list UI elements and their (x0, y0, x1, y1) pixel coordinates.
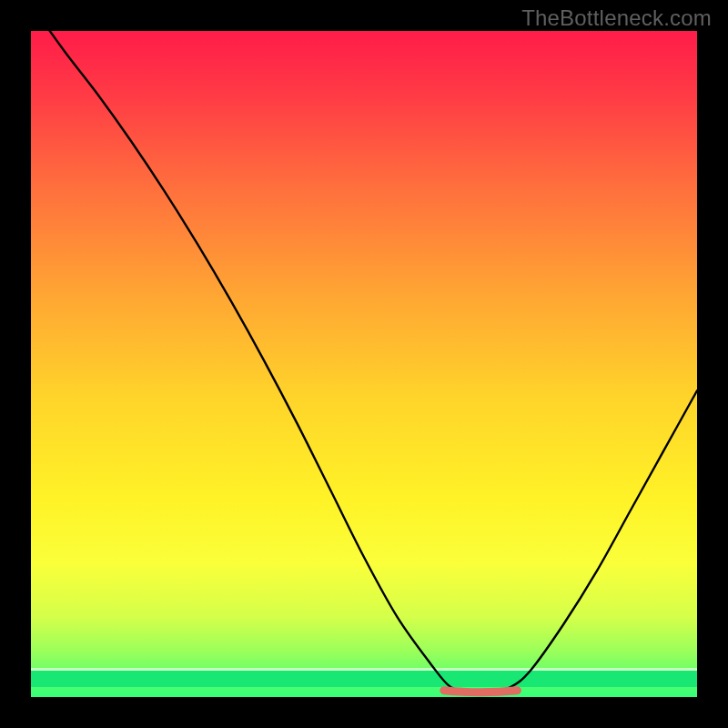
bottleneck-curve (31, 31, 697, 693)
watermark-text: TheBottleneck.com (521, 5, 712, 31)
chart-svg (31, 31, 697, 697)
valley-marker (444, 691, 518, 693)
plot-area (31, 31, 697, 697)
